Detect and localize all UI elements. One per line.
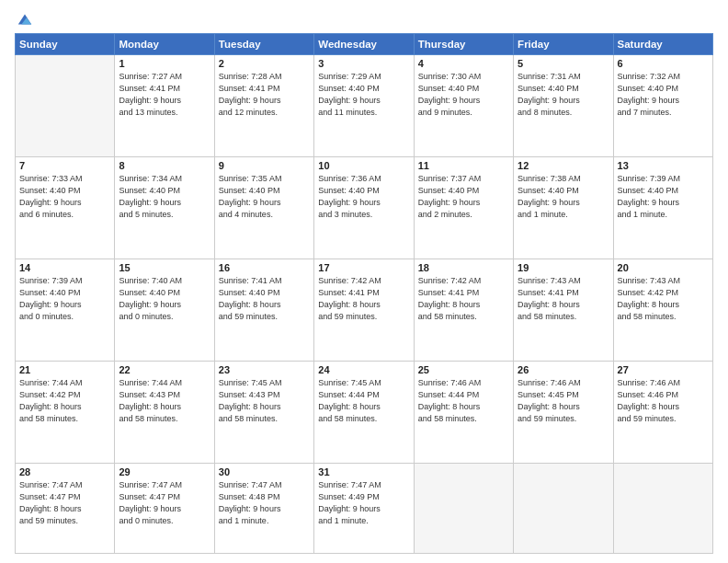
day-number: 7	[19, 160, 110, 171]
day-info: Sunrise: 7:44 AM Sunset: 4:43 PM Dayligh…	[119, 377, 210, 425]
day-info: Sunrise: 7:45 AM Sunset: 4:43 PM Dayligh…	[219, 377, 310, 425]
calendar-cell: 11Sunrise: 7:37 AM Sunset: 4:40 PM Dayli…	[414, 156, 513, 259]
day-number: 12	[518, 160, 609, 171]
day-number: 26	[518, 364, 609, 375]
calendar-cell: 28Sunrise: 7:47 AM Sunset: 4:47 PM Dayli…	[16, 463, 115, 553]
calendar-cell: 23Sunrise: 7:45 AM Sunset: 4:43 PM Dayli…	[214, 361, 313, 463]
day-number: 27	[618, 364, 709, 375]
header	[15, 11, 713, 28]
calendar-week-row: 7Sunrise: 7:33 AM Sunset: 4:40 PM Daylig…	[16, 156, 713, 259]
day-number: 25	[418, 364, 509, 375]
calendar-cell: 4Sunrise: 7:30 AM Sunset: 4:40 PM Daylig…	[414, 55, 513, 157]
calendar-cell: 17Sunrise: 7:42 AM Sunset: 4:41 PM Dayli…	[314, 259, 414, 361]
calendar-cell	[414, 463, 513, 553]
calendar-cell: 6Sunrise: 7:32 AM Sunset: 4:40 PM Daylig…	[613, 55, 712, 157]
day-info: Sunrise: 7:43 AM Sunset: 4:42 PM Dayligh…	[618, 275, 709, 323]
day-info: Sunrise: 7:34 AM Sunset: 4:40 PM Dayligh…	[119, 173, 210, 221]
day-info: Sunrise: 7:28 AM Sunset: 4:41 PM Dayligh…	[219, 71, 310, 119]
day-info: Sunrise: 7:35 AM Sunset: 4:40 PM Dayligh…	[219, 173, 310, 221]
calendar-cell: 7Sunrise: 7:33 AM Sunset: 4:40 PM Daylig…	[16, 156, 115, 259]
calendar-cell: 5Sunrise: 7:31 AM Sunset: 4:40 PM Daylig…	[514, 55, 613, 157]
day-info: Sunrise: 7:39 AM Sunset: 4:40 PM Dayligh…	[618, 173, 709, 221]
day-info: Sunrise: 7:44 AM Sunset: 4:42 PM Dayligh…	[19, 377, 110, 425]
calendar-cell: 27Sunrise: 7:46 AM Sunset: 4:46 PM Dayli…	[613, 361, 712, 463]
calendar-cell: 18Sunrise: 7:42 AM Sunset: 4:41 PM Dayli…	[414, 259, 513, 361]
day-number: 24	[318, 364, 409, 375]
day-number: 23	[219, 364, 310, 375]
day-info: Sunrise: 7:47 AM Sunset: 4:47 PM Dayligh…	[19, 479, 110, 527]
day-number: 19	[518, 262, 609, 273]
day-info: Sunrise: 7:38 AM Sunset: 4:40 PM Dayligh…	[518, 173, 609, 221]
day-info: Sunrise: 7:29 AM Sunset: 4:40 PM Dayligh…	[318, 71, 409, 119]
day-number: 31	[318, 466, 409, 477]
weekday-header-tuesday: Tuesday	[214, 34, 313, 55]
calendar-cell	[16, 55, 115, 157]
day-info: Sunrise: 7:37 AM Sunset: 4:40 PM Dayligh…	[418, 173, 509, 221]
day-info: Sunrise: 7:32 AM Sunset: 4:40 PM Dayligh…	[618, 71, 709, 119]
day-number: 6	[618, 58, 709, 69]
calendar-cell: 21Sunrise: 7:44 AM Sunset: 4:42 PM Dayli…	[16, 361, 115, 463]
calendar-cell: 19Sunrise: 7:43 AM Sunset: 4:41 PM Dayli…	[514, 259, 613, 361]
day-info: Sunrise: 7:31 AM Sunset: 4:40 PM Dayligh…	[518, 71, 609, 119]
day-number: 13	[618, 160, 709, 171]
day-number: 9	[219, 160, 310, 171]
day-info: Sunrise: 7:42 AM Sunset: 4:41 PM Dayligh…	[418, 275, 509, 323]
weekday-header-saturday: Saturday	[613, 34, 712, 55]
calendar-cell: 16Sunrise: 7:41 AM Sunset: 4:40 PM Dayli…	[214, 259, 313, 361]
calendar-cell: 20Sunrise: 7:43 AM Sunset: 4:42 PM Dayli…	[613, 259, 712, 361]
calendar-table: SundayMondayTuesdayWednesdayThursdayFrid…	[15, 33, 713, 554]
day-info: Sunrise: 7:33 AM Sunset: 4:40 PM Dayligh…	[19, 173, 110, 221]
weekday-header-sunday: Sunday	[16, 34, 115, 55]
calendar-cell: 29Sunrise: 7:47 AM Sunset: 4:47 PM Dayli…	[115, 463, 214, 553]
calendar-week-row: 28Sunrise: 7:47 AM Sunset: 4:47 PM Dayli…	[16, 463, 713, 553]
day-info: Sunrise: 7:27 AM Sunset: 4:41 PM Dayligh…	[119, 71, 210, 119]
calendar-cell: 15Sunrise: 7:40 AM Sunset: 4:40 PM Dayli…	[115, 259, 214, 361]
day-info: Sunrise: 7:39 AM Sunset: 4:40 PM Dayligh…	[19, 275, 110, 323]
calendar-week-row: 21Sunrise: 7:44 AM Sunset: 4:42 PM Dayli…	[16, 361, 713, 463]
day-number: 21	[19, 364, 110, 375]
calendar-cell: 12Sunrise: 7:38 AM Sunset: 4:40 PM Dayli…	[514, 156, 613, 259]
day-info: Sunrise: 7:45 AM Sunset: 4:44 PM Dayligh…	[318, 377, 409, 425]
calendar-cell: 14Sunrise: 7:39 AM Sunset: 4:40 PM Dayli…	[16, 259, 115, 361]
day-info: Sunrise: 7:47 AM Sunset: 4:48 PM Dayligh…	[219, 479, 310, 527]
calendar-cell: 25Sunrise: 7:46 AM Sunset: 4:44 PM Dayli…	[414, 361, 513, 463]
day-number: 4	[418, 58, 509, 69]
weekday-header-wednesday: Wednesday	[314, 34, 414, 55]
day-number: 8	[119, 160, 210, 171]
calendar-cell: 30Sunrise: 7:47 AM Sunset: 4:48 PM Dayli…	[214, 463, 313, 553]
calendar-cell: 13Sunrise: 7:39 AM Sunset: 4:40 PM Dayli…	[613, 156, 712, 259]
day-number: 2	[219, 58, 310, 69]
calendar-cell: 1Sunrise: 7:27 AM Sunset: 4:41 PM Daylig…	[115, 55, 214, 157]
day-info: Sunrise: 7:43 AM Sunset: 4:41 PM Dayligh…	[518, 275, 609, 323]
calendar-cell: 22Sunrise: 7:44 AM Sunset: 4:43 PM Dayli…	[115, 361, 214, 463]
calendar-cell: 2Sunrise: 7:28 AM Sunset: 4:41 PM Daylig…	[214, 55, 313, 157]
calendar-week-row: 14Sunrise: 7:39 AM Sunset: 4:40 PM Dayli…	[16, 259, 713, 361]
day-number: 17	[318, 262, 409, 273]
calendar-cell: 8Sunrise: 7:34 AM Sunset: 4:40 PM Daylig…	[115, 156, 214, 259]
day-info: Sunrise: 7:47 AM Sunset: 4:47 PM Dayligh…	[119, 479, 210, 527]
day-number: 28	[19, 466, 110, 477]
day-info: Sunrise: 7:40 AM Sunset: 4:40 PM Dayligh…	[119, 275, 210, 323]
day-number: 11	[418, 160, 509, 171]
weekday-header-thursday: Thursday	[414, 34, 513, 55]
logo	[15, 15, 33, 28]
day-info: Sunrise: 7:47 AM Sunset: 4:49 PM Dayligh…	[318, 479, 409, 527]
day-number: 10	[318, 160, 409, 171]
page: SundayMondayTuesdayWednesdayThursdayFrid…	[0, 0, 728, 563]
day-number: 15	[119, 262, 210, 273]
day-info: Sunrise: 7:30 AM Sunset: 4:40 PM Dayligh…	[418, 71, 509, 119]
day-number: 16	[219, 262, 310, 273]
day-info: Sunrise: 7:46 AM Sunset: 4:44 PM Dayligh…	[418, 377, 509, 425]
day-info: Sunrise: 7:42 AM Sunset: 4:41 PM Dayligh…	[318, 275, 409, 323]
calendar-cell: 9Sunrise: 7:35 AM Sunset: 4:40 PM Daylig…	[214, 156, 313, 259]
calendar-cell: 26Sunrise: 7:46 AM Sunset: 4:45 PM Dayli…	[514, 361, 613, 463]
calendar-cell	[613, 463, 712, 553]
day-number: 20	[618, 262, 709, 273]
day-number: 29	[119, 466, 210, 477]
day-number: 18	[418, 262, 509, 273]
day-info: Sunrise: 7:46 AM Sunset: 4:46 PM Dayligh…	[618, 377, 709, 425]
day-number: 14	[19, 262, 110, 273]
weekday-header-friday: Friday	[514, 34, 613, 55]
calendar-cell	[514, 463, 613, 553]
weekday-header-monday: Monday	[115, 34, 214, 55]
